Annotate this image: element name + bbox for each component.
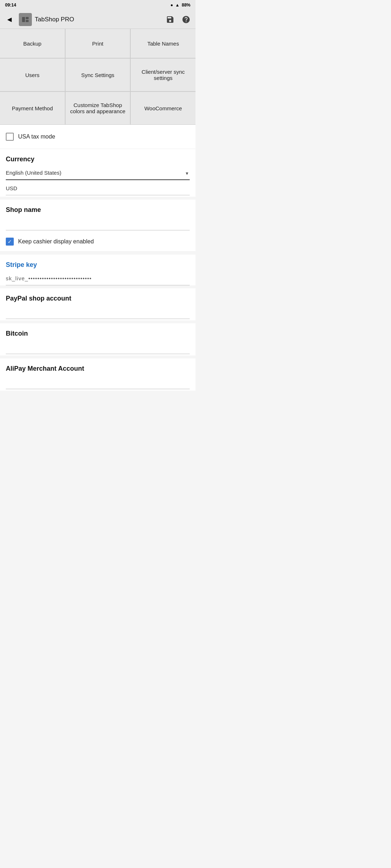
bitcoin-input[interactable] [6,340,190,354]
help-button[interactable] [180,13,193,26]
usa-tax-label: USA tax mode [18,133,55,140]
paypal-section: PayPal shop account [0,288,196,320]
bottom-space [0,391,196,405]
bitcoin-title: Bitcoin [6,330,190,337]
save-button[interactable] [164,13,177,26]
app-title: TabShop PRO [35,16,161,23]
status-bar: 09:14 ● ▲ 88% [0,0,196,10]
gap-4 [0,320,196,323]
table-names-button[interactable]: Table Names [131,29,196,58]
battery-icon: 88% [182,3,190,8]
alipay-title: AliPay Merchant Account [6,365,190,373]
shop-name-title: Shop name [6,206,190,214]
paypal-input[interactable] [6,305,190,319]
gap-5 [0,356,196,358]
status-time: 09:14 [5,3,16,8]
svg-rect-1 [26,17,29,19]
paypal-title: PayPal shop account [6,295,190,302]
currency-code-input[interactable] [6,182,190,195]
backup-button[interactable]: Backup [0,29,65,58]
gap-2 [0,252,196,255]
currency-title: Currency [6,156,190,163]
stripe-key-title: Stripe key [6,261,190,269]
currency-locale-wrapper[interactable]: English (United States) [6,166,190,180]
wifi-icon: ▲ [175,3,180,8]
currency-section: Currency English (United States) [0,149,196,197]
back-button[interactable]: ◀ [3,13,16,26]
stripe-key-section: Stripe key sk_live_•••••••••••••••••••••… [0,255,196,285]
shop-name-input[interactable] [6,217,190,230]
gap-3 [0,285,196,288]
currency-locale-select[interactable]: English (United States) [6,166,190,180]
usa-tax-mode-row[interactable]: USA tax mode [0,125,196,149]
settings-grid: Backup Print Table Names Users Sync Sett… [0,29,196,125]
keep-cashier-checkbox[interactable] [6,238,14,246]
app-bar: ◀ TabShop PRO [0,10,196,29]
print-button[interactable]: Print [66,29,130,58]
gap-1 [0,197,196,200]
alipay-section: AliPay Merchant Account [0,358,196,391]
sync-settings-button[interactable]: Sync Settings [66,59,130,91]
bitcoin-section: Bitcoin [0,323,196,356]
keep-cashier-row[interactable]: Keep cashier display enabled [0,232,196,251]
app-icon [19,13,32,26]
customize-button[interactable]: Customize TabShop colors and appearance [66,92,130,124]
woocommerce-button[interactable]: WooCommerce [131,92,196,124]
usa-tax-checkbox[interactable] [6,133,14,141]
alipay-input[interactable] [6,375,190,389]
signal-icon: ● [171,3,173,8]
payment-method-button[interactable]: Payment Method [0,92,65,124]
shop-name-section: Shop name [0,200,196,232]
svg-rect-0 [22,17,25,22]
back-icon: ◀ [7,16,12,23]
client-server-button[interactable]: Client/server sync settings [131,59,196,91]
status-icons: ● ▲ 88% [171,3,190,8]
svg-rect-2 [26,20,29,22]
users-button[interactable]: Users [0,59,65,91]
keep-cashier-label: Keep cashier display enabled [18,238,94,245]
stripe-key-value: sk_live_•••••••••••••••••••••••••••• [6,272,190,285]
